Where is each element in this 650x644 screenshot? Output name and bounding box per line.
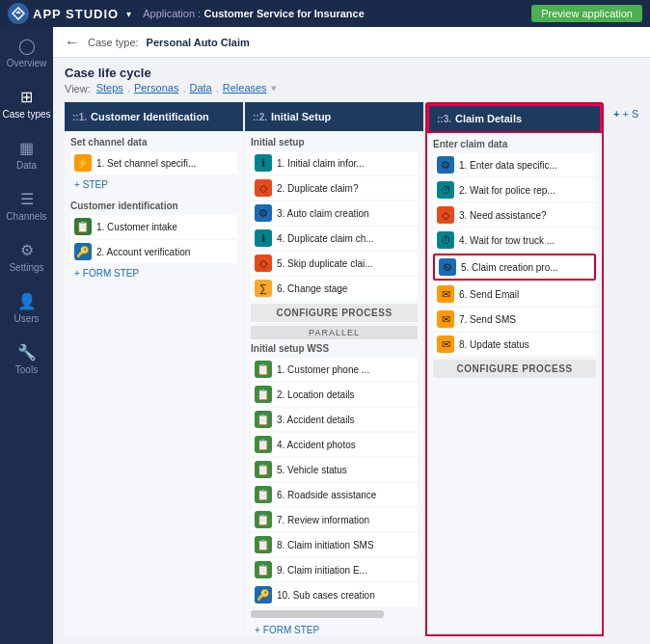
sub-header: ← Case type: Personal Auto Claim bbox=[53, 27, 650, 58]
step-icon-send-email: ✉ bbox=[437, 285, 454, 303]
sidebar-item-settings[interactable]: ⚙ Settings bbox=[0, 231, 53, 282]
step-claim-email[interactable]: 📋 9. Claim initiation E... bbox=[251, 558, 418, 581]
add-form-step-2[interactable]: + FORM STEP bbox=[251, 622, 418, 636]
step-icon-need-assistance: ◇ bbox=[437, 206, 454, 224]
view-link-releases[interactable]: Releases bbox=[223, 82, 267, 94]
stage-1-title: Customer Identification bbox=[91, 111, 209, 122]
stage-3-num: ::3. bbox=[437, 114, 451, 124]
step-label-dup-claim: 2. Duplicate claim? bbox=[277, 183, 358, 194]
stage-3-title: Claim Details bbox=[455, 113, 522, 124]
stage-1: ::1. Customer Identification Set channel… bbox=[65, 102, 243, 636]
step-icon-claim-email: 📋 bbox=[255, 561, 272, 578]
stage-3-body: Enter claim data ⚙ 1. Enter data specifi… bbox=[427, 133, 602, 634]
content-area: Case life cycle View: Steps , Personas ,… bbox=[53, 58, 650, 644]
sidebar-item-data[interactable]: ▦ Data bbox=[0, 129, 53, 180]
step-dup-claim-ch[interactable]: ℹ 4. Duplicate claim ch... bbox=[251, 227, 418, 250]
step-change-stage[interactable]: ∑ 6. Change stage bbox=[251, 277, 418, 300]
configure-process-btn-3[interactable]: CONFIGURE PROCESS bbox=[433, 360, 596, 378]
app-name: Customer Service for Insurance bbox=[204, 8, 365, 19]
scrollbar-horizontal[interactable] bbox=[251, 610, 384, 618]
sidebar-item-overview[interactable]: ◯ Overview bbox=[0, 27, 53, 78]
step-initial-claim[interactable]: ℹ 1. Initial claim infor... bbox=[251, 151, 418, 174]
stage-3-header: ::3. Claim Details bbox=[427, 104, 602, 133]
sidebar-label-overview: Overview bbox=[7, 58, 47, 68]
step-icon-location: 📋 bbox=[255, 386, 272, 403]
step-icon-initial-claim: ℹ bbox=[255, 154, 272, 172]
view-link-data[interactable]: Data bbox=[189, 82, 211, 94]
add-form-step-label-2: FORM STEP bbox=[263, 625, 319, 635]
step-icon-dup-claim: ◇ bbox=[255, 179, 272, 197]
view-bar: View: Steps , Personas , Data , Releases… bbox=[65, 82, 638, 94]
step-auto-claim[interactable]: ⚙ 3. Auto claim creation bbox=[251, 201, 418, 225]
page-title: Case life cycle bbox=[65, 66, 638, 80]
step-label-location: 2. Location details bbox=[277, 389, 355, 400]
step-icon-update-status: ✉ bbox=[437, 335, 454, 353]
step-claim-sms[interactable]: 📋 8. Claim initiation SMS bbox=[251, 533, 418, 556]
step-label-update-status: 8. Update status bbox=[459, 339, 529, 350]
step-enter-data[interactable]: ⚙ 1. Enter data specific... bbox=[433, 153, 596, 176]
step-icon-roadside: 📋 bbox=[255, 486, 272, 503]
step-police-rep[interactable]: ⏱ 2. Wait for police rep... bbox=[433, 178, 596, 201]
stage-2: ::2. Initial Setup Initial setup ℹ 1. In… bbox=[245, 102, 423, 636]
step-claim-creation[interactable]: ⚙ 5. Claim creation pro... bbox=[433, 254, 596, 281]
view-dropdown-icon[interactable]: ▾ bbox=[271, 82, 277, 94]
settings-icon: ⚙ bbox=[20, 241, 34, 259]
top-bar: APP STUDIO ▾ Application : Customer Serv… bbox=[0, 0, 650, 27]
channels-icon: ☰ bbox=[20, 190, 34, 208]
step-send-email[interactable]: ✉ 6. Send Email bbox=[433, 282, 596, 306]
add-stage-label: + STAGE bbox=[622, 108, 638, 120]
stage-2-header: ::2. Initial Setup bbox=[245, 102, 423, 131]
step-skip-dup[interactable]: ◇ 5. Skip duplicate clai... bbox=[251, 252, 418, 275]
step-accident-photos[interactable]: 📋 4. Accident photos bbox=[251, 433, 418, 456]
step-icon-send-sms: ✉ bbox=[437, 310, 454, 328]
step-icon-accident: 📋 bbox=[255, 411, 272, 428]
step-label-skip-dup: 5. Skip duplicate clai... bbox=[277, 258, 373, 269]
dropdown-arrow-icon[interactable]: ▾ bbox=[126, 9, 131, 19]
back-button[interactable]: ← bbox=[65, 34, 80, 51]
add-form-step-1[interactable]: + FORM STEP bbox=[70, 265, 237, 282]
step-need-assistance[interactable]: ◇ 3. Need assistance? bbox=[433, 203, 596, 227]
step-roadside[interactable]: 📋 6. Roadside assistance bbox=[251, 483, 418, 506]
section-initial-setup-wss: Initial setup WSS bbox=[251, 343, 418, 354]
step-label-accident-photos: 4. Accident photos bbox=[277, 440, 356, 450]
preview-button[interactable]: Preview application bbox=[531, 5, 642, 22]
step-label-phone: 1. Customer phone ... bbox=[277, 364, 369, 375]
sidebar-item-users[interactable]: 👤 Users bbox=[0, 282, 53, 334]
step-customer-intake[interactable]: 📋 1. Customer intake bbox=[70, 215, 237, 238]
step-label-account-verification: 2. Account verification bbox=[96, 247, 190, 257]
step-account-verification[interactable]: 🔑 2. Account verification bbox=[70, 240, 237, 263]
sidebar-label-data: Data bbox=[16, 160, 37, 171]
step-tow-truck[interactable]: ⏱ 4. Wait for tow truck ... bbox=[433, 228, 596, 252]
step-icon-phone: 📋 bbox=[255, 361, 272, 378]
sidebar-item-tools[interactable]: 🔧 Tools bbox=[0, 334, 53, 385]
step-icon-account-verification: 🔑 bbox=[74, 243, 92, 260]
step-label-sub-cases: 10. Sub cases creation bbox=[277, 590, 375, 601]
step-icon-customer-intake: 📋 bbox=[74, 218, 92, 235]
add-step-1[interactable]: + STEP bbox=[70, 176, 237, 193]
sidebar-item-casetypes[interactable]: ⊞ Case types bbox=[0, 78, 53, 129]
step-accident[interactable]: 📋 3. Accident details bbox=[251, 408, 418, 431]
view-link-personas[interactable]: Personas bbox=[134, 82, 178, 94]
step-phone[interactable]: 📋 1. Customer phone ... bbox=[251, 358, 418, 381]
step-vehicle[interactable]: 📋 5. Vehicle status bbox=[251, 458, 418, 481]
step-update-status[interactable]: ✉ 8. Update status bbox=[433, 333, 596, 356]
view-link-steps[interactable]: Steps bbox=[96, 82, 123, 94]
step-sub-cases[interactable]: 🔑 10. Sub cases creation bbox=[251, 583, 418, 606]
add-stage-button[interactable]: + + STAGE bbox=[606, 102, 638, 125]
step-icon-skip-dup: ◇ bbox=[255, 255, 272, 272]
users-icon: 👤 bbox=[17, 292, 37, 310]
step-label-set-channel: 1. Set channel specifi... bbox=[96, 158, 196, 169]
sidebar-item-channels[interactable]: ☰ Channels bbox=[0, 180, 53, 231]
configure-process-btn-2[interactable]: CONFIGURE PROCESS bbox=[251, 304, 418, 322]
sidebar-label-casetypes: Case types bbox=[2, 109, 50, 120]
app-title: APP STUDIO bbox=[33, 7, 119, 21]
step-send-sms[interactable]: ✉ 7. Send SMS bbox=[433, 308, 596, 331]
case-type-label: Case type: bbox=[88, 37, 139, 48]
main-content: ← Case type: Personal Auto Claim Case li… bbox=[53, 27, 650, 644]
logo-icon bbox=[8, 3, 29, 24]
step-review[interactable]: 📋 7. Review information bbox=[251, 508, 418, 531]
step-set-channel[interactable]: ⚡ 1. Set channel specifi... bbox=[70, 151, 237, 174]
step-location[interactable]: 📋 2. Location details bbox=[251, 383, 418, 406]
step-label-police-rep: 2. Wait for police rep... bbox=[459, 185, 555, 196]
step-duplicate-claim[interactable]: ◇ 2. Duplicate claim? bbox=[251, 176, 418, 200]
